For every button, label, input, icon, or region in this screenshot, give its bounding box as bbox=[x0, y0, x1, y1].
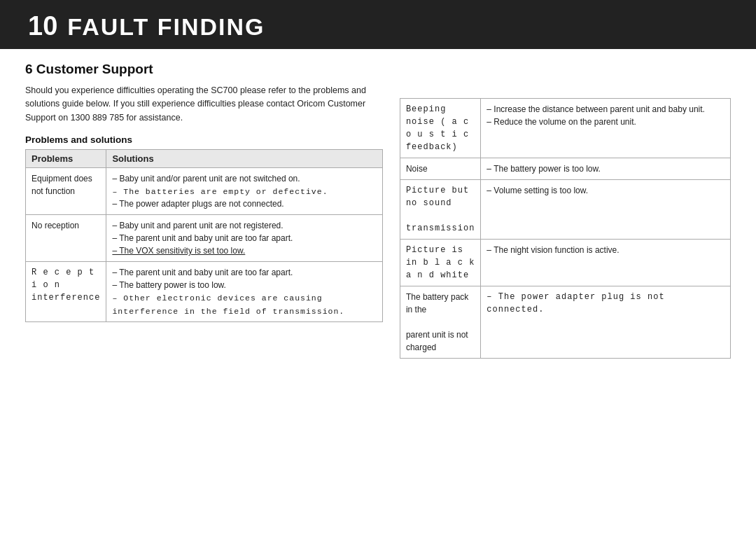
chapter-title: FAULT FINDING bbox=[67, 15, 265, 39]
chapter-number: 10 bbox=[28, 13, 57, 39]
table-row: Noise – The battery power is too low. bbox=[400, 158, 730, 180]
problem-cell: Picture but no soundtransmission bbox=[400, 180, 480, 240]
solution-cell: – Volume setting is too low. bbox=[481, 180, 731, 240]
section-title: 6 Customer Support bbox=[25, 62, 383, 77]
page-content: 6 Customer Support Should you experience… bbox=[0, 49, 756, 371]
table-row: R e c e p t i o ninterference – The pare… bbox=[26, 262, 383, 322]
table-row: Equipment does not function – Baby unit … bbox=[26, 168, 383, 215]
problem-cell: Equipment does not function bbox=[26, 168, 106, 215]
problem-cell: Noise bbox=[400, 158, 480, 180]
solution-cell: – The battery power is too low. bbox=[481, 158, 731, 180]
problem-cell: Picture is in b l a c k a n d white bbox=[400, 240, 480, 286]
solution-cell: – Baby unit and parent unit are not regi… bbox=[106, 215, 383, 262]
table-row: No reception – Baby unit and parent unit… bbox=[26, 215, 383, 262]
table-row: Beeping noise ( a c o u s t i c feedback… bbox=[400, 99, 730, 158]
intro-text: Should you experience difficulties opera… bbox=[25, 84, 383, 125]
table-row: The battery pack in theparent unit is no… bbox=[400, 286, 730, 359]
solution-cell: – The power adapter plug is not connecte… bbox=[481, 286, 731, 359]
right-column: Beeping noise ( a c o u s t i c feedback… bbox=[400, 62, 731, 359]
solution-cell: – Baby unit and/or parent unit are not s… bbox=[106, 168, 383, 215]
subsection-title: Problems and solutions bbox=[25, 134, 383, 145]
col-header-problems: Problems bbox=[26, 150, 106, 168]
table-row: Picture but no soundtransmission – Volum… bbox=[400, 180, 730, 240]
problem-cell: The battery pack in theparent unit is no… bbox=[400, 286, 480, 359]
problems-table-right: Beeping noise ( a c o u s t i c feedback… bbox=[400, 98, 731, 359]
col-header-solutions: Solutions bbox=[106, 150, 383, 168]
solution-cell: – Increase the distance between parent u… bbox=[481, 99, 731, 158]
problem-cell: No reception bbox=[26, 215, 106, 262]
problem-cell: Beeping noise ( a c o u s t i c feedback… bbox=[400, 99, 480, 158]
solution-cell: – The parent unit and baby unit are too … bbox=[106, 262, 383, 322]
problems-table-left: Problems Solutions Equipment does not fu… bbox=[25, 149, 383, 322]
left-column: 6 Customer Support Should you experience… bbox=[25, 62, 383, 359]
problem-cell: R e c e p t i o ninterference bbox=[26, 262, 106, 322]
solution-cell: – The night vision function is active. bbox=[481, 240, 731, 286]
page-header: 10 FAULT FINDING bbox=[0, 0, 756, 49]
table-row: Picture is in b l a c k a n d white – Th… bbox=[400, 240, 730, 286]
